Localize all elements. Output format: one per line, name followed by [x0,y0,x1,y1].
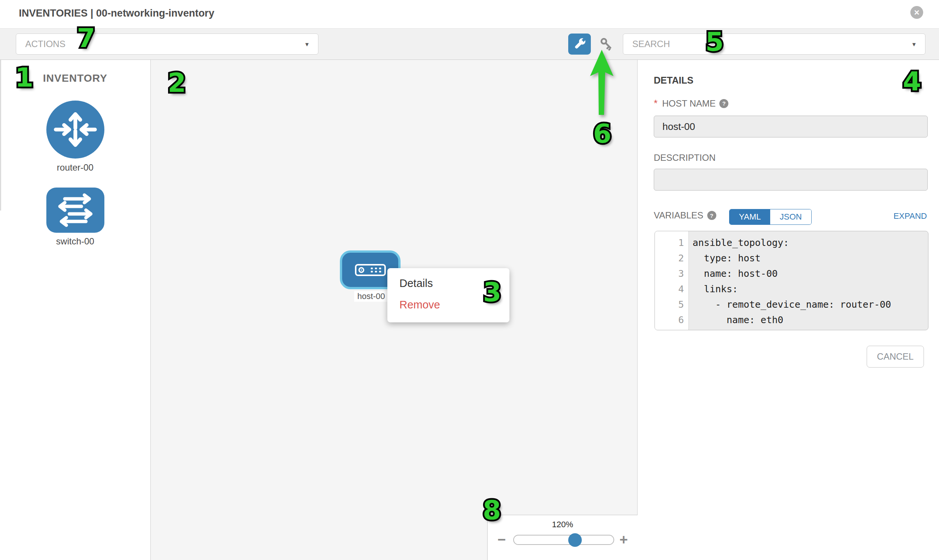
code-line-number: 1 [655,235,688,251]
search-dropdown[interactable]: SEARCH ▼ [623,34,925,55]
annotation-6: 6 [593,120,612,147]
chevron-down-icon: ▼ [911,41,917,48]
code-line: remote_interface_name: eth0 [692,328,928,330]
topology-canvas[interactable]: host-00 Details Remove 120% − + [151,60,638,560]
variables-label: VARIABLES [654,210,703,221]
annotation-arrow-6 [580,45,626,120]
code-line: links: [692,281,928,297]
tab-yaml[interactable]: YAML [729,209,770,225]
actions-dropdown-label: ACTIONS [25,39,66,49]
close-icon: ✕ [914,8,920,17]
zoom-out-button[interactable]: − [497,532,506,548]
code-line-number: 2 [655,251,688,266]
annotation-8: 8 [483,497,501,523]
toolbar: ACTIONS ▼ SEARCH ▼ [0,28,939,60]
code-line-number: 7 [655,328,688,330]
page-title: INVENTORIES | 00-networking-inventory [19,8,214,19]
variables-format-toggle: YAML JSON [729,209,812,225]
description-input[interactable] [654,169,928,191]
chevron-down-icon: ▼ [304,41,310,48]
help-icon[interactable]: ? [707,211,716,220]
zoom-level-value: 120% [487,520,638,529]
variables-code-editor[interactable]: 1234567 ansible_topology: type: host nam… [655,231,928,330]
annotation-2: 2 [168,70,186,96]
title-bar: INVENTORIES | 00-networking-inventory ✕ [0,0,939,28]
annotation-3: 3 [483,279,501,305]
cancel-button-label: CANCEL [877,351,913,362]
help-icon[interactable]: ? [719,99,728,108]
code-line-numbers: 1234567 [655,231,689,330]
host-name-label: HOST NAME [662,98,715,109]
zoom-slider-thumb[interactable] [568,533,582,547]
code-line: ansible_topology: [692,235,928,251]
code-line: name: host-00 [692,266,928,281]
palette-item-label: switch-00 [56,236,94,247]
cancel-button[interactable]: CANCEL [867,346,924,368]
host-server-icon [355,264,386,276]
description-label-row: DESCRIPTION [654,152,715,163]
code-line: type: host [692,251,928,266]
expand-link[interactable]: EXPAND [893,211,927,221]
close-button[interactable]: ✕ [910,6,923,19]
actions-dropdown[interactable]: ACTIONS ▼ [16,34,318,55]
palette-item-switch[interactable]: switch-00 [0,187,150,247]
host-node-label: host-00 [354,291,388,302]
palette-item-router[interactable]: router-00 [0,100,150,173]
annotation-1: 1 [15,65,34,91]
code-line: - remote_device_name: router-00 [692,297,928,312]
host-name-label-row: * HOST NAME ? [654,97,728,109]
variables-label-row: VARIABLES ? [654,210,716,221]
details-title: DETAILS [654,75,693,86]
zoom-slider-track[interactable] [513,535,614,545]
router-icon [46,100,105,159]
code-line-number: 4 [655,281,688,297]
code-content[interactable]: ansible_topology: type: host name: host-… [689,231,928,330]
zoom-slider-row: − + [487,532,638,548]
required-asterisk: * [654,97,657,109]
code-line-number: 3 [655,266,688,281]
host-name-input[interactable] [654,115,928,137]
palette-item-label: router-00 [57,162,94,173]
code-line-number: 6 [655,312,688,328]
details-panel: DETAILS * HOST NAME ? DESCRIPTION VARIAB… [638,60,939,560]
code-line: name: eth0 [692,312,928,328]
annotation-5: 5 [705,29,724,55]
code-line-number: 5 [655,297,688,312]
zoom-control: 120% − + [487,515,638,560]
search-dropdown-label: SEARCH [632,39,670,49]
annotation-7: 7 [77,25,95,51]
zoom-in-button[interactable]: + [620,532,628,548]
switch-icon [46,187,105,233]
annotation-4: 4 [903,68,921,94]
inventory-sidebar: INVENTORY router-00 switch-00 [0,60,151,560]
description-label: DESCRIPTION [654,152,715,163]
tab-json[interactable]: JSON [770,209,811,225]
